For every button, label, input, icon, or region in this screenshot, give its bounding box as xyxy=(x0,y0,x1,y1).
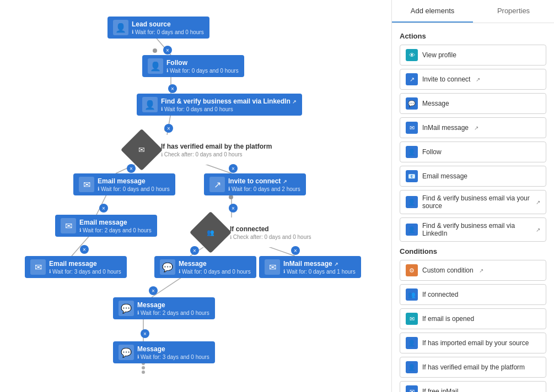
inmail-msg-icon: ✉ xyxy=(265,259,280,275)
ext-icon-2: ↗ xyxy=(474,125,478,131)
action-find-verify-linkedin-label: Find & verify business email via LinkedI… xyxy=(422,222,530,237)
action-inmail-label: InMail message xyxy=(422,124,469,132)
action-email-message[interactable]: 📧 Email message xyxy=(400,166,546,187)
action-follow-label: Follow xyxy=(422,148,442,156)
find-verify-icon: 👤 xyxy=(142,97,158,112)
node-find-verify[interactable]: 👤 Find & verify business email via Linke… xyxy=(137,94,302,116)
invite-connect-icon: ↗ xyxy=(406,73,418,85)
node-message-2[interactable]: 💬 Message ℹ Wait for: 2 days and 0 hours xyxy=(113,297,215,319)
message-icon: 💬 xyxy=(406,97,418,110)
cond-if-connected[interactable]: 👥 If connected xyxy=(400,284,546,305)
ext-icon-4: ↗ xyxy=(536,227,540,233)
node-inmail-msg-sub: ℹ Wait for: 0 days and 1 hours xyxy=(283,269,356,275)
cond-if-connected-label: If connected xyxy=(422,291,458,298)
node-if-verified-title: If has verified email by the platform xyxy=(161,143,272,150)
action-view-profile-label: View profile xyxy=(422,51,456,59)
remove-btn-1[interactable]: × xyxy=(163,46,172,55)
right-panel: Add elements Properties Actions 👁 View p… xyxy=(391,0,554,392)
email-msg-1-icon: ✉ xyxy=(79,177,94,192)
action-invite-connect[interactable]: ↗ Invite to connect ↗ xyxy=(400,69,546,90)
remove-btn-6[interactable]: × xyxy=(99,204,108,213)
tab-properties[interactable]: Properties xyxy=(473,0,554,23)
custom-cond-icon: ⚙ xyxy=(406,264,418,276)
node-message-3-title: Message xyxy=(137,345,209,353)
node-lead-source[interactable]: 👤 Lead source ℹ Wait for: 0 days and 0 h… xyxy=(107,17,209,39)
remove-btn-5[interactable]: × xyxy=(229,164,238,173)
action-inmail[interactable]: ✉ InMail message ↗ xyxy=(400,117,546,138)
cond-if-verified[interactable]: 👤 If has verified email by the platform xyxy=(400,357,546,378)
node-email-msg-3-sub: ℹ Wait for: 3 days and 0 hours xyxy=(49,269,121,275)
action-view-profile[interactable]: 👁 View profile xyxy=(400,45,546,66)
action-message[interactable]: 💬 Message xyxy=(400,93,546,114)
remove-btn-10[interactable]: × xyxy=(291,246,300,255)
node-lead-source-subtitle: ℹ Wait for: 0 days and 0 hours xyxy=(132,29,204,35)
action-find-verify-source[interactable]: 👤 Find & verify business email via your … xyxy=(400,190,546,214)
node-if-verified[interactable]: ✉ If has verified email by the platform … xyxy=(127,135,272,165)
cond-if-free-inmail-label: If free inMail xyxy=(422,388,458,392)
remove-btn-2[interactable]: × xyxy=(168,84,177,93)
remove-btn-3[interactable]: × xyxy=(164,124,173,133)
message-3-icon: 💬 xyxy=(119,345,134,360)
node-email-msg-2[interactable]: ✉ Email message ℹ Wait for: 2 days and 0… xyxy=(55,215,157,237)
node-message-1-title: Message xyxy=(179,260,251,268)
node-message-1[interactable]: 💬 Message ℹ Wait for: 0 days and 0 hours xyxy=(154,256,256,278)
follow-icon-panel: 👤 xyxy=(406,146,418,158)
if-verified-icon: 👤 xyxy=(406,361,418,373)
if-email-opened-icon: ✉ xyxy=(406,313,418,325)
remove-btn-9[interactable]: × xyxy=(190,246,199,255)
node-message-3[interactable]: 💬 Message ℹ Wait for: 3 days and 0 hours xyxy=(113,341,215,363)
action-message-label: Message xyxy=(422,100,449,107)
if-connected-icon: 👥 xyxy=(406,288,418,301)
dot-1 xyxy=(153,48,157,53)
cond-if-email-opened[interactable]: ✉ If email is opened xyxy=(400,308,546,329)
email-msg-2-icon: ✉ xyxy=(61,218,76,233)
cond-custom[interactable]: ⚙ Custom condition ↗ xyxy=(400,260,546,281)
remove-btn-11[interactable]: × xyxy=(149,286,158,295)
node-invite-connect-title: Invite to connect ↗ xyxy=(228,177,300,185)
cond-if-imported[interactable]: 👤 If has imported email by your source xyxy=(400,333,546,353)
ext-icon-5: ↗ xyxy=(479,268,483,274)
node-email-msg-3[interactable]: ✉ Email message ℹ Wait for: 3 days and 0… xyxy=(25,256,127,278)
node-email-msg-2-sub: ℹ Wait for: 2 days and 0 hours xyxy=(79,227,152,233)
follow-icon: 👤 xyxy=(148,58,163,74)
node-inmail-msg[interactable]: ✉ InMail message ↗ ℹ Wait for: 0 days an… xyxy=(259,256,361,278)
node-message-1-sub: ℹ Wait for: 0 days and 0 hours xyxy=(179,269,251,275)
find-verify-linkedin-icon: 👤 xyxy=(406,224,418,236)
action-find-verify-source-label: Find & verify business email via your so… xyxy=(422,194,530,210)
remove-btn-4[interactable]: × xyxy=(127,164,136,173)
node-if-connected[interactable]: 👥 If connected ℹ Check after: 0 days and… xyxy=(196,217,311,247)
ext-icon-3: ↗ xyxy=(536,199,540,205)
node-message-3-sub: ℹ Wait for: 3 days and 0 hours xyxy=(137,354,209,360)
email-msg-3-icon: ✉ xyxy=(30,259,46,275)
node-follow-title: Follow xyxy=(166,59,239,67)
node-follow[interactable]: 👤 Follow ℹ Wait for: 0 days and 0 hours xyxy=(142,55,244,77)
remove-btn-12[interactable]: × xyxy=(141,329,149,338)
node-invite-connect[interactable]: ↗ Invite to connect ↗ ℹ Wait for: 0 days… xyxy=(204,173,306,195)
node-if-connected-sub: ℹ Check after: 0 days and 0 hours xyxy=(230,234,311,240)
node-find-verify-title: Find & verify business email via LinkedI… xyxy=(161,97,297,105)
action-find-verify-linkedin[interactable]: 👤 Find & verify business email via Linke… xyxy=(400,217,546,242)
actions-section-title: Actions xyxy=(400,32,546,40)
svg-point-13 xyxy=(142,366,145,369)
node-email-msg-3-title: Email message xyxy=(49,260,121,268)
ext-icon-1: ↗ xyxy=(476,77,480,83)
cond-if-verified-label: If has verified email by the platform xyxy=(422,363,525,371)
remove-btn-8[interactable]: × xyxy=(229,204,238,213)
message-1-icon: 💬 xyxy=(160,259,175,275)
node-email-msg-2-title: Email message xyxy=(79,219,152,226)
tab-add-elements[interactable]: Add elements xyxy=(392,0,473,23)
node-if-verified-sub: ℹ Check after: 0 days and 0 hours xyxy=(161,151,272,157)
node-email-msg-1-title: Email message xyxy=(98,177,170,185)
node-email-msg-1[interactable]: ✉ Email message ℹ Wait for: 0 days and 0… xyxy=(73,173,175,195)
cond-if-free-inmail[interactable]: ✉ If free inMail xyxy=(400,381,546,392)
panel-content: Actions 👁 View profile ↗ Invite to conne… xyxy=(392,23,554,392)
remove-btn-7[interactable]: × xyxy=(80,245,89,254)
panel-tabs: Add elements Properties xyxy=(392,0,554,23)
flow-canvas: × × × × × × × × × × × × ✓ ✗ ✓ ✗ 👤 Lead s… xyxy=(0,0,386,392)
node-find-verify-subtitle: ℹ Wait for: 0 days and 0 hours xyxy=(161,106,297,112)
cond-if-imported-label: If has imported email by your source xyxy=(422,339,529,347)
action-follow[interactable]: 👤 Follow xyxy=(400,141,546,162)
node-invite-connect-sub: ℹ Wait for: 0 days and 2 hours xyxy=(228,186,300,192)
message-2-icon: 💬 xyxy=(119,301,134,316)
flow-canvas-area[interactable]: × × × × × × × × × × × × ✓ ✗ ✓ ✗ 👤 Lead s… xyxy=(0,0,391,392)
